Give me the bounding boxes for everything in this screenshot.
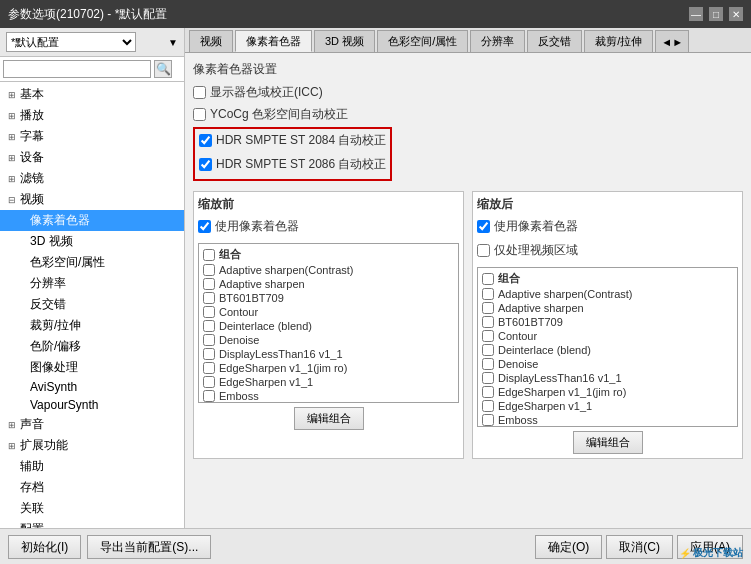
minimize-button[interactable]: — bbox=[689, 7, 703, 21]
post-use-pixel-renderer-input[interactable] bbox=[477, 220, 490, 233]
sidebar-item-config[interactable]: 配置 bbox=[0, 519, 184, 528]
post-only-region-input[interactable] bbox=[477, 244, 490, 257]
list-item: BT601BT709 bbox=[480, 315, 735, 329]
pre-use-pixel-renderer: 使用像素着色器 bbox=[198, 217, 459, 236]
list-checkbox[interactable] bbox=[203, 348, 215, 360]
sidebar-item-color-shift[interactable]: 色阶/偏移 bbox=[0, 336, 184, 357]
tab-deinterlace[interactable]: 反交错 bbox=[527, 30, 582, 52]
maximize-button[interactable]: □ bbox=[709, 7, 723, 21]
list-item: EdgeSharpen v1_1(jim ro) bbox=[480, 385, 735, 399]
close-button[interactable]: ✕ bbox=[729, 7, 743, 21]
list-item-label: Denoise bbox=[219, 334, 259, 346]
list-checkbox[interactable] bbox=[482, 344, 494, 356]
checkbox-ycocg-label: YCoCg 色彩空间自动校正 bbox=[210, 106, 348, 123]
tab-pixel-renderer[interactable]: 像素着色器 bbox=[235, 30, 312, 52]
checkbox-icc-input[interactable] bbox=[193, 86, 206, 99]
sidebar-item-subtitle[interactable]: ⊞ 字幕 bbox=[0, 126, 184, 147]
list-checkbox[interactable] bbox=[482, 414, 494, 426]
list-checkbox[interactable] bbox=[203, 334, 215, 346]
tab-color-space[interactable]: 色彩空间/属性 bbox=[377, 30, 468, 52]
list-checkbox[interactable] bbox=[203, 306, 215, 318]
sidebar-item-assist[interactable]: 辅助 bbox=[0, 456, 184, 477]
sidebar-item-crop-stretch[interactable]: 裁剪/拉伸 bbox=[0, 315, 184, 336]
sidebar-item-avisynth-label: AviSynth bbox=[30, 380, 77, 394]
list-checkbox[interactable] bbox=[482, 358, 494, 370]
expand-icon-filter: ⊞ bbox=[8, 174, 18, 184]
checkbox-icc-label: 显示器色域校正(ICC) bbox=[210, 84, 323, 101]
checkbox-hdr2084-label: HDR SMPTE ST 2084 自动校正 bbox=[216, 132, 386, 149]
tab-video-label: 视频 bbox=[200, 34, 222, 49]
config-dropdown[interactable]: *默认配置 bbox=[6, 32, 136, 52]
sidebar-item-audio[interactable]: ⊞ 声音 bbox=[0, 414, 184, 435]
post-scale-header: 使用像素着色器 仅处理视频区域 bbox=[477, 217, 738, 263]
sidebar-item-3d-video[interactable]: 3D 视频 bbox=[0, 231, 184, 252]
checkbox-ycocg: YCoCg 色彩空间自动校正 bbox=[193, 105, 743, 124]
tab-more-button[interactable]: ◄► bbox=[655, 30, 689, 52]
list-checkbox[interactable] bbox=[482, 302, 494, 314]
search-button[interactable]: 🔍 bbox=[154, 60, 172, 78]
tab-video[interactable]: 视频 bbox=[189, 30, 233, 52]
list-checkbox[interactable] bbox=[203, 278, 215, 290]
list-item: 组合 bbox=[480, 270, 735, 287]
sidebar-search-bar: 🔍 bbox=[0, 57, 184, 82]
list-checkbox[interactable] bbox=[203, 292, 215, 304]
pre-scale-list: 组合 Adaptive sharpen(Contrast) Adaptive s… bbox=[198, 243, 459, 403]
sidebar-item-avisynth[interactable]: AviSynth bbox=[0, 378, 184, 396]
expand-icon-subtitle: ⊞ bbox=[8, 132, 18, 142]
sidebar-item-filter[interactable]: ⊞ 滤镜 bbox=[0, 168, 184, 189]
list-item: Adaptive sharpen(Contrast) bbox=[480, 287, 735, 301]
init-button[interactable]: 初始化(I) bbox=[8, 535, 81, 559]
list-item-label: Adaptive sharpen bbox=[498, 302, 584, 314]
cancel-button[interactable]: 取消(C) bbox=[606, 535, 673, 559]
checkbox-ycocg-input[interactable] bbox=[193, 108, 206, 121]
sidebar-item-image-process[interactable]: 图像处理 bbox=[0, 357, 184, 378]
sidebar-item-color-space[interactable]: 色彩空间/属性 bbox=[0, 252, 184, 273]
sidebar-item-resolution-label: 分辨率 bbox=[30, 275, 66, 292]
list-item-label: Contour bbox=[219, 306, 258, 318]
sidebar-item-resolution[interactable]: 分辨率 bbox=[0, 273, 184, 294]
list-checkbox[interactable] bbox=[203, 264, 215, 276]
sidebar-item-hotkey[interactable]: 关联 bbox=[0, 498, 184, 519]
list-checkbox[interactable] bbox=[203, 376, 215, 388]
list-checkbox[interactable] bbox=[203, 320, 215, 332]
list-checkbox[interactable] bbox=[482, 400, 494, 412]
pre-use-pixel-renderer-input[interactable] bbox=[198, 220, 211, 233]
list-checkbox[interactable] bbox=[482, 386, 494, 398]
sidebar-item-pixel-renderer[interactable]: 像素着色器 bbox=[0, 210, 184, 231]
checkbox-hdr2084-input[interactable] bbox=[199, 134, 212, 147]
sidebar-item-basic[interactable]: ⊞ 基本 bbox=[0, 84, 184, 105]
tab-3d-video[interactable]: 3D 视频 bbox=[314, 30, 375, 52]
list-item: DisplayLessThan16 v1_1 bbox=[201, 347, 456, 361]
list-checkbox[interactable] bbox=[482, 372, 494, 384]
sidebar-item-extend[interactable]: ⊞ 扩展功能 bbox=[0, 435, 184, 456]
list-checkbox[interactable] bbox=[482, 273, 494, 285]
watermark: ⚡ 极光下载站 bbox=[679, 546, 743, 560]
ok-button[interactable]: 确定(O) bbox=[535, 535, 602, 559]
dropdown-arrow: ▼ bbox=[168, 37, 178, 48]
tab-crop-stretch[interactable]: 裁剪/拉伸 bbox=[584, 30, 653, 52]
list-item: EdgeSharpen v1_1(jim ro) bbox=[201, 361, 456, 375]
search-input[interactable] bbox=[3, 60, 151, 78]
list-checkbox[interactable] bbox=[203, 390, 215, 402]
list-checkbox[interactable] bbox=[482, 288, 494, 300]
list-item: Adaptive sharpen bbox=[480, 301, 735, 315]
list-item-label: Emboss bbox=[498, 414, 538, 426]
sidebar-item-play[interactable]: ⊞ 播放 bbox=[0, 105, 184, 126]
tab-3d-video-label: 3D 视频 bbox=[325, 34, 364, 49]
sidebar-item-archive[interactable]: 存档 bbox=[0, 477, 184, 498]
sidebar-item-video[interactable]: ⊟ 视频 bbox=[0, 189, 184, 210]
tab-resolution[interactable]: 分辨率 bbox=[470, 30, 525, 52]
sidebar-item-vapoursynth[interactable]: VapourSynth bbox=[0, 396, 184, 414]
list-checkbox[interactable] bbox=[482, 316, 494, 328]
main-container: *默认配置 ▼ 🔍 ⊞ 基本 ⊞ 播放 bbox=[0, 28, 751, 528]
checkbox-hdr2084: HDR SMPTE ST 2084 自动校正 bbox=[199, 131, 386, 150]
checkbox-hdr2086-input[interactable] bbox=[199, 158, 212, 171]
list-checkbox[interactable] bbox=[203, 249, 215, 261]
sidebar-item-device[interactable]: ⊞ 设备 bbox=[0, 147, 184, 168]
post-scale-edit-button[interactable]: 编辑组合 bbox=[573, 431, 643, 454]
list-checkbox[interactable] bbox=[482, 330, 494, 342]
pre-scale-edit-button[interactable]: 编辑组合 bbox=[294, 407, 364, 430]
sidebar-item-deinterlace[interactable]: 反交错 bbox=[0, 294, 184, 315]
list-checkbox[interactable] bbox=[203, 362, 215, 374]
export-button[interactable]: 导出当前配置(S)... bbox=[87, 535, 211, 559]
